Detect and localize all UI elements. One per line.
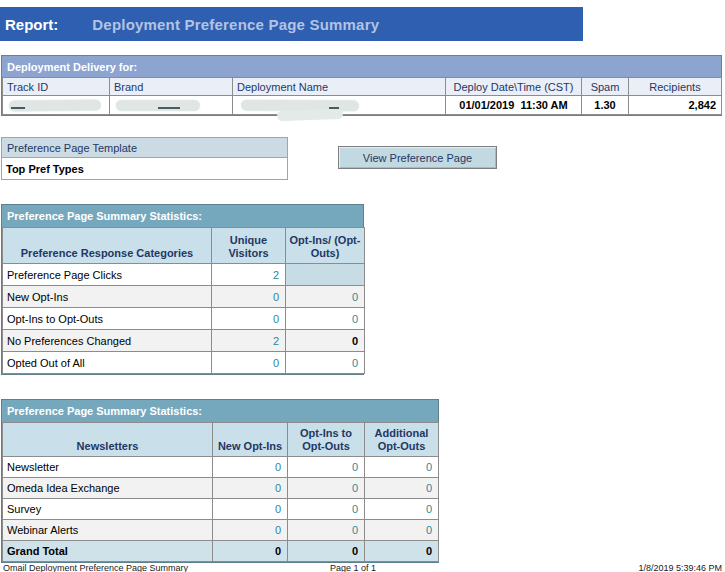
grand-total-value: 0 (213, 541, 288, 562)
grand-total-value: 0 (365, 541, 439, 562)
col-header-deploy-datetime: Deploy Date\Time (CST) (446, 78, 582, 96)
stat-value: 0 (365, 478, 439, 499)
redacted-brand (116, 100, 200, 111)
grand-total-row: Grand Total 0 0 0 (3, 541, 439, 562)
col-header-newsletters: Newsletters (3, 423, 213, 457)
view-preference-page-button[interactable]: View Preference Page (338, 146, 497, 169)
stats2-row: Newsletter 0 0 0 (3, 457, 439, 478)
stat-value: 0 (365, 499, 439, 520)
stats2-row: Omeda Idea Exchange 0 0 0 (3, 478, 439, 499)
stat-value: 0 (286, 330, 365, 352)
stat-value: 0 (286, 352, 365, 374)
redacted-track-id (9, 100, 101, 112)
cell-recipients: 2,842 (629, 96, 722, 115)
grand-total-label: Grand Total (3, 541, 213, 562)
stat-value: 0 (212, 308, 286, 330)
stats1-row: No Preferences Changed 2 0 (3, 330, 365, 352)
stat-label: Omeda Idea Exchange (3, 478, 213, 499)
stat-label: Preference Page Clicks (3, 264, 212, 286)
stat-label: No Preferences Changed (3, 330, 212, 352)
cell-deploy-datetime: 01/01/2019 11:30 AM (446, 96, 582, 115)
col-header-recipients: Recipients (629, 78, 722, 96)
stats1-section-header: Preference Page Summary Statistics: (2, 205, 363, 227)
stats1-table: Preference Response Categories Unique Vi… (2, 227, 365, 374)
footer-timestamp: 1/8/2019 5:39:46 PM (638, 563, 722, 572)
stat-value: 0 (213, 478, 288, 499)
grand-total-value: 0 (288, 541, 365, 562)
footer-page-number: Page 1 of 1 (330, 563, 376, 572)
stats2-table: Newsletters New Opt-Ins Opt-Ins to Opt-O… (2, 422, 439, 562)
stat-value: 2 (212, 264, 286, 286)
stat-label: Newsletter (3, 457, 213, 478)
stat-label: Survey (3, 499, 213, 520)
stats1-row: Opted Out of All 0 0 (3, 352, 365, 374)
template-value: Top Pref Types (2, 157, 287, 179)
footer-report-name: Omail Deployment Preference Page Summary (3, 563, 188, 572)
col-header-track-id: Track ID (3, 78, 110, 96)
col-header-new-opt-ins: New Opt-Ins (213, 423, 288, 457)
newsletter-summary-statistics-section: Preference Page Summary Statistics: News… (1, 399, 439, 563)
col-header-opt-ins-to-opt-outs: Opt-Ins to Opt-Outs (288, 423, 365, 457)
cell-brand (110, 96, 233, 115)
stat-value: 2 (212, 330, 286, 352)
col-header-response-categories: Preference Response Categories (3, 228, 212, 264)
stat-value-na (286, 264, 365, 286)
delivery-data-row: 01/01/2019 11:30 AM 1.30 2,842 (3, 96, 722, 115)
cell-spam: 1.30 (582, 96, 629, 115)
stat-value: 0 (288, 457, 365, 478)
stat-value: 0 (212, 352, 286, 374)
page-title: Deployment Preference Page Summary (92, 16, 379, 33)
stat-value: 0 (286, 308, 365, 330)
delivery-section-header: Deployment Delivery for: (2, 56, 721, 77)
stats1-row: Opt-Ins to Opt-Outs 0 0 (3, 308, 365, 330)
report-label: Report: (5, 16, 58, 33)
cell-track-id (3, 96, 110, 115)
redaction-artifact (158, 107, 180, 109)
stat-value: 0 (286, 286, 365, 308)
redaction-smudge (277, 109, 343, 121)
report-title-bar: Report: Deployment Preference Page Summa… (0, 7, 583, 41)
stats1-row: Preference Page Clicks 2 (3, 264, 365, 286)
col-header-brand: Brand (110, 78, 233, 96)
col-header-additional-opt-outs: Additional Opt-Outs (365, 423, 439, 457)
stats1-header-row: Preference Response Categories Unique Vi… (3, 228, 365, 264)
col-header-unique-visitors: Unique Visitors (212, 228, 286, 264)
stats2-row: Survey 0 0 0 (3, 499, 439, 520)
report-page: Report: Deployment Preference Page Summa… (0, 0, 725, 572)
stat-label: New Opt-Ins (3, 286, 212, 308)
stats2-section-header: Preference Page Summary Statistics: (2, 400, 438, 422)
delivery-table: Track ID Brand Deployment Name Deploy Da… (2, 77, 722, 115)
stat-value: 0 (288, 478, 365, 499)
stat-value: 0 (212, 286, 286, 308)
stat-value: 0 (288, 499, 365, 520)
col-header-deployment-name: Deployment Name (233, 78, 446, 96)
stats2-row: Webinar Alerts 0 0 0 (3, 520, 439, 541)
stat-value: 0 (365, 520, 439, 541)
stat-value: 0 (213, 457, 288, 478)
preference-page-template-section: Preference Page Template Top Pref Types (1, 137, 288, 180)
stats1-row: New Opt-Ins 0 0 (3, 286, 365, 308)
delivery-header-row: Track ID Brand Deployment Name Deploy Da… (3, 78, 722, 96)
stat-value: 0 (213, 520, 288, 541)
deployment-delivery-section: Deployment Delivery for: Track ID Brand … (1, 55, 722, 116)
stat-label: Opt-Ins to Opt-Outs (3, 308, 212, 330)
stat-value: 0 (213, 499, 288, 520)
stat-label: Opted Out of All (3, 352, 212, 374)
col-header-spam: Spam (582, 78, 629, 96)
stat-label: Webinar Alerts (3, 520, 213, 541)
col-header-opt-ins-outs: Opt-Ins/ (Opt-Outs) (286, 228, 365, 264)
stats2-header-row: Newsletters New Opt-Ins Opt-Ins to Opt-O… (3, 423, 439, 457)
redaction-artifact (11, 107, 25, 109)
template-section-header: Preference Page Template (2, 138, 287, 157)
preference-summary-statistics-section: Preference Page Summary Statistics: Pref… (1, 204, 364, 375)
stat-value: 0 (365, 457, 439, 478)
stat-value: 0 (288, 520, 365, 541)
